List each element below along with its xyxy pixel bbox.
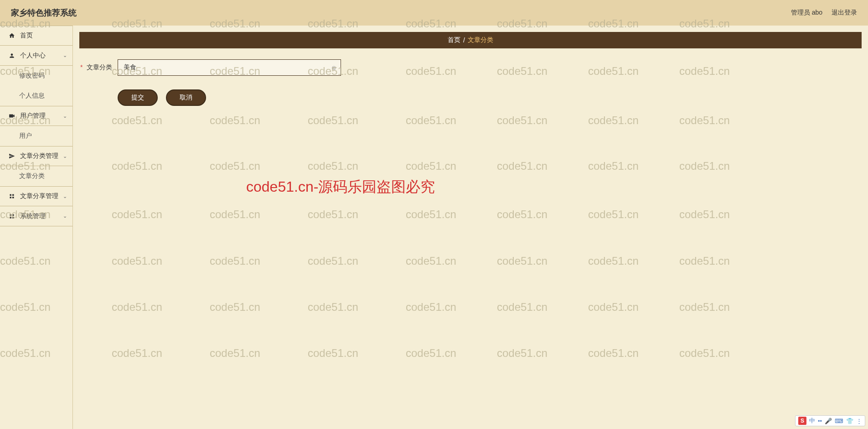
sidebar-item-user-mgmt[interactable]: 用户管理 ⌄ — [0, 106, 72, 126]
svg-rect-8 — [12, 217, 14, 219]
chevron-down-icon: ⌄ — [63, 213, 67, 219]
sidebar: 首页 个人中心 ⌄ 修改密码 个人信息 用户管理 ⌄ 用户 文章分类管理 ⌄ 文… — [0, 26, 73, 429]
header-right: 管理员 abo 退出登录 — [791, 9, 857, 17]
svg-rect-4 — [12, 197, 14, 199]
breadcrumb-separator: / — [463, 37, 465, 44]
form-row-category: 文章分类 ⊗ — [85, 59, 856, 76]
home-icon — [8, 32, 16, 39]
sidebar-item-article-cat-mgmt[interactable]: 文章分类管理 ⌄ — [0, 146, 72, 166]
sidebar-sub-article-cat[interactable]: 文章分类 — [0, 166, 72, 186]
sidebar-sub-personal-info[interactable]: 个人信息 — [0, 86, 72, 106]
app-title: 家乡特色推荐系统 — [11, 7, 77, 18]
sidebar-label: 个人中心 — [20, 52, 46, 60]
form-area: 文章分类 ⊗ 提交 取消 — [79, 48, 862, 117]
grid-icon — [8, 213, 16, 220]
chevron-down-icon: ⌄ — [63, 153, 67, 159]
send-icon — [8, 152, 16, 160]
ime-settings-icon[interactable]: 👕 — [846, 418, 853, 424]
admin-label[interactable]: 管理员 abo — [791, 9, 822, 17]
chevron-down-icon: ⌄ — [63, 113, 67, 119]
clear-icon[interactable]: ⊗ — [331, 64, 336, 71]
sidebar-label: 文章分享管理 — [20, 192, 58, 200]
svg-rect-6 — [12, 214, 14, 216]
chevron-down-icon: ⌄ — [63, 194, 67, 199]
cancel-button[interactable]: 取消 — [166, 89, 206, 106]
svg-rect-2 — [12, 194, 14, 196]
button-row: 提交 取消 — [85, 89, 856, 106]
svg-rect-0 — [9, 115, 13, 118]
ime-mic-icon[interactable]: 🎤 — [825, 418, 832, 424]
breadcrumb-current: 文章分类 — [468, 36, 493, 44]
sidebar-item-home[interactable]: 首页 — [0, 26, 72, 46]
category-input[interactable] — [118, 59, 341, 76]
sidebar-item-system-mgmt[interactable]: 系统管理 ⌄ — [0, 206, 72, 226]
input-wrapper: ⊗ — [118, 59, 341, 76]
ime-logo-icon: S — [798, 417, 806, 425]
sidebar-label: 用户管理 — [20, 112, 46, 120]
svg-rect-1 — [10, 194, 12, 196]
ime-punct-icon[interactable]: •• — [818, 418, 822, 424]
svg-rect-7 — [10, 217, 12, 219]
sidebar-sub-change-password[interactable]: 修改密码 — [0, 66, 72, 86]
grid-icon — [8, 193, 16, 200]
ime-menu-icon[interactable]: ⋮ — [856, 418, 862, 424]
ime-keyboard-icon[interactable]: ⌨ — [835, 418, 843, 424]
header: 家乡特色推荐系统 管理员 abo 退出登录 — [0, 0, 868, 26]
sidebar-sub-user[interactable]: 用户 — [0, 126, 72, 146]
ime-lang[interactable]: 中 — [809, 417, 815, 425]
sidebar-label: 文章分类管理 — [20, 152, 58, 160]
ime-toolbar[interactable]: S 中 •• 🎤 ⌨ 👕 ⋮ — [795, 415, 865, 426]
camera-icon — [8, 112, 16, 120]
sidebar-item-article-share-mgmt[interactable]: 文章分享管理 ⌄ — [0, 186, 72, 206]
sidebar-label: 系统管理 — [20, 212, 46, 220]
breadcrumb: 首页 / 文章分类 — [79, 32, 862, 48]
form-label-category: 文章分类 — [85, 63, 112, 72]
submit-button[interactable]: 提交 — [118, 89, 158, 106]
user-icon — [8, 52, 16, 59]
main-content: 首页 / 文章分类 文章分类 ⊗ 提交 取消 — [73, 26, 868, 429]
sidebar-label: 首页 — [20, 31, 33, 40]
chevron-down-icon: ⌄ — [63, 52, 67, 58]
svg-rect-3 — [10, 197, 12, 199]
svg-rect-5 — [10, 214, 12, 216]
logout-link[interactable]: 退出登录 — [832, 9, 857, 17]
sidebar-item-personal[interactable]: 个人中心 ⌄ — [0, 46, 72, 66]
breadcrumb-home[interactable]: 首页 — [448, 36, 460, 44]
